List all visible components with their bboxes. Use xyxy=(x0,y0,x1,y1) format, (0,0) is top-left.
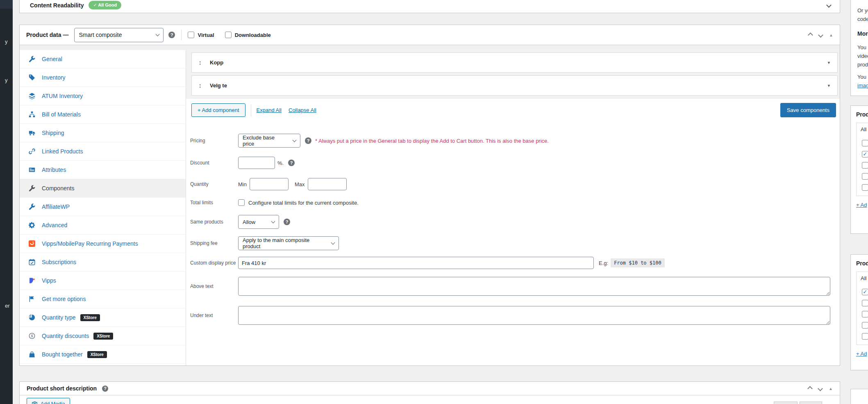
virtual-checkbox-label[interactable]: Virtual xyxy=(188,32,214,38)
tab-bill-of-materials[interactable]: Bill of Materials xyxy=(20,105,186,124)
composite-options-form: Pricing Exclude base price ? * Always pu… xyxy=(186,117,840,334)
wrench-icon xyxy=(28,203,36,210)
tab-label: Shipping xyxy=(42,130,64,136)
tab-vipps[interactable]: Vipps xyxy=(20,272,186,290)
product-data-content: ↕Kopp▼↕Velg te▼ + Add component Expand A… xyxy=(186,50,840,365)
tab-general[interactable]: General xyxy=(20,50,186,68)
readability-toggle-icon[interactable] xyxy=(826,2,832,8)
help-text-line: You r xyxy=(857,43,868,52)
term-checkbox[interactable] xyxy=(862,140,868,146)
tab-get-more-options[interactable]: Get more options xyxy=(20,290,186,308)
attributes-icon xyxy=(28,167,36,173)
tab-components[interactable]: Components xyxy=(20,179,186,198)
term-checkbox[interactable] xyxy=(862,151,868,157)
under-text-textarea[interactable] xyxy=(238,306,830,325)
min-label: Min xyxy=(238,181,247,187)
component-toggle-icon[interactable]: ▼ xyxy=(827,84,831,88)
code-tab[interactable]: Code xyxy=(800,402,822,404)
pricing-select[interactable]: Exclude base price xyxy=(238,134,300,148)
tab-linked-products[interactable]: Linked Products xyxy=(20,142,186,161)
virtual-checkbox[interactable] xyxy=(188,32,194,38)
drag-handle-icon[interactable]: ↕ xyxy=(198,82,206,89)
pricing-help-icon[interactable]: ? xyxy=(305,137,311,144)
tab-vipps-mobilepay-recurring-payments[interactable]: Vipps/MobilePay Recurring Payments xyxy=(20,235,186,253)
wrench-icon xyxy=(28,185,36,192)
tab-bought-together[interactable]: Bought togetherXStore xyxy=(20,345,186,364)
tab-subscriptions[interactable]: Subscriptions xyxy=(20,253,186,272)
tab-atum-inventory[interactable]: ATUM Inventory xyxy=(20,87,186,105)
term-checkbox[interactable] xyxy=(862,162,868,169)
xstore-badge: XStore xyxy=(80,314,100,321)
same-products-select[interactable]: Allow xyxy=(238,215,279,229)
discount-input[interactable] xyxy=(238,157,275,169)
taxonomy-heading: Prod xyxy=(856,111,868,118)
component-row[interactable]: ↕Kopp▼ xyxy=(191,52,838,73)
add-component-button[interactable]: + Add component xyxy=(191,103,245,117)
component-title: Velg te xyxy=(210,82,227,89)
vipps-icon xyxy=(28,277,36,284)
term-checkbox[interactable] xyxy=(862,322,868,329)
tab-label: Linked Products xyxy=(42,148,83,155)
under-text-label: Under text xyxy=(190,313,238,318)
drag-handle-icon[interactable]: ↕ xyxy=(198,59,206,66)
term-checkbox[interactable] xyxy=(862,289,868,295)
term-checkbox[interactable] xyxy=(862,300,868,306)
help-link[interactable]: imag xyxy=(857,82,868,89)
short-description-help-icon[interactable]: ? xyxy=(102,386,108,392)
admin-menu-rail[interactable]: yyer xyxy=(0,0,13,404)
downloadable-checkbox[interactable] xyxy=(225,32,232,38)
custom-display-price-input[interactable] xyxy=(238,257,594,269)
product-type-help-icon[interactable]: ? xyxy=(168,32,175,38)
content-readability-metabox: Content Readability ✓ All Good xyxy=(19,0,840,13)
tab-advanced[interactable]: Advanced xyxy=(20,216,186,235)
collapse-all-link[interactable]: Collapse All xyxy=(289,107,316,113)
tab-inventory[interactable]: Inventory xyxy=(20,68,186,87)
taxonomy-tab[interactable]: All P xyxy=(861,275,868,281)
tab-label: General xyxy=(42,56,62,62)
add-term-link[interactable]: + Ad xyxy=(856,351,867,357)
component-row[interactable]: ↕Velg te▼ xyxy=(191,75,838,96)
visual-tab[interactable]: Visual xyxy=(774,402,798,404)
discount-suffix: %. xyxy=(277,160,284,166)
move-up-icon[interactable] xyxy=(808,32,813,38)
tab-quantity-type[interactable]: Quantity typeXStore xyxy=(20,308,186,327)
term-checkbox[interactable] xyxy=(862,333,868,340)
quantity-min-input[interactable] xyxy=(250,178,289,190)
term-checkbox[interactable] xyxy=(862,184,868,191)
term-checkbox[interactable] xyxy=(862,173,868,180)
move-up-icon[interactable] xyxy=(807,386,813,391)
tab-shipping[interactable]: Shipping xyxy=(20,124,186,142)
same-products-help-icon[interactable]: ? xyxy=(284,219,290,225)
xstore-badge: XStore xyxy=(87,351,107,358)
toggle-panel-icon[interactable]: ▲ xyxy=(829,33,833,37)
toolbar-divider xyxy=(251,104,251,116)
term-checkbox[interactable] xyxy=(862,311,868,317)
save-components-button[interactable]: Save components xyxy=(780,103,836,117)
tab-quantity-discounts[interactable]: $Quantity discountsXStore xyxy=(20,327,186,345)
tab-label: ATUM Inventory xyxy=(42,93,83,99)
above-text-textarea[interactable] xyxy=(238,277,830,296)
expand-all-link[interactable]: Expand All xyxy=(257,107,282,113)
discount-help-icon[interactable]: ? xyxy=(288,160,295,166)
taxonomy-tab[interactable]: All c xyxy=(861,126,868,132)
component-toggle-icon[interactable]: ▼ xyxy=(827,61,831,65)
tab-label: Bought together xyxy=(42,351,83,358)
pricing-label: Pricing xyxy=(190,138,238,144)
move-down-icon[interactable] xyxy=(818,386,823,391)
help-text-line: video xyxy=(857,52,868,60)
quantity-max-input[interactable] xyxy=(308,178,347,190)
help-text-line: produ xyxy=(857,60,868,69)
product-type-select[interactable]: Smart composite xyxy=(74,28,164,42)
link-icon xyxy=(28,148,36,155)
add-media-button[interactable]: Add Media xyxy=(27,398,70,404)
total-limits-checkbox[interactable] xyxy=(238,199,245,206)
shipping-fee-select[interactable]: Apply to the main composite product xyxy=(238,236,339,250)
tab-attributes[interactable]: Attributes xyxy=(20,161,186,179)
right-rail-help-box: Or yo code More You r video produ You r … xyxy=(850,0,868,96)
tab-affiliatewp[interactable]: AffiliateWP xyxy=(20,198,186,216)
toggle-panel-icon[interactable]: ▲ xyxy=(829,386,833,391)
calendar-icon xyxy=(28,259,36,266)
add-term-link[interactable]: + Ad xyxy=(856,202,867,208)
downloadable-checkbox-label[interactable]: Downloadable xyxy=(225,32,271,38)
move-down-icon[interactable] xyxy=(818,32,823,38)
